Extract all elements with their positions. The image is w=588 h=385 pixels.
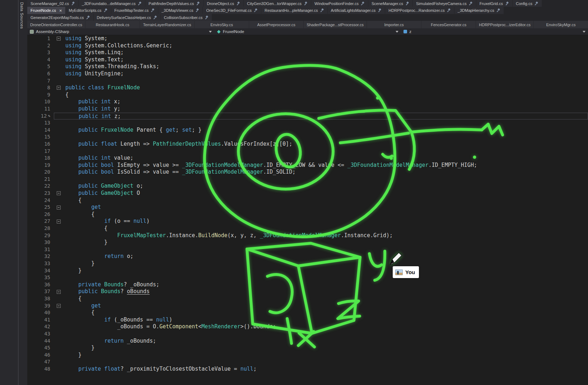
pin-icon[interactable] [535,1,538,6]
line-number-gutter[interactable]: 41 [27,316,54,324]
line-number-gutter[interactable]: 19 [27,162,54,169]
pin-icon[interactable] [320,8,324,13]
code-line[interactable]: 4 using System.Text; [27,56,588,64]
chevron-down-icon[interactable] [583,31,585,33]
line-number-gutter[interactable]: 1 [27,35,54,42]
file-tab[interactable]: PathfinderDepthValues.cs [145,0,203,7]
code-line[interactable]: 2 using System.Collections.Generic; [27,42,588,50]
code-line[interactable]: 32 return o; [27,253,588,260]
file-tab[interactable]: DroneObject.cs [204,0,243,7]
pin-icon[interactable] [304,1,308,6]
line-number-gutter[interactable]: 12 [27,113,54,120]
code-line[interactable]: 1 using System; [27,35,588,42]
code-line[interactable]: 47 [27,358,588,366]
code-line[interactable]: 7 [27,78,588,85]
code-line[interactable]: 14 public FruxelNode Parent { get; set; … [27,127,588,134]
code-line[interactable]: 48 private float? _proximityToClosestObs… [27,366,588,373]
file-tab[interactable]: DroneOrientationController.cs [27,21,85,28]
code-line[interactable]: 36 private Bounds? _oBounds; [27,281,588,288]
line-number-gutter[interactable]: 14 [27,127,54,134]
pin-icon[interactable] [361,1,365,6]
code-line[interactable]: 18 public int value; [27,155,588,162]
fold-marker[interactable] [57,86,61,90]
line-number-gutter[interactable]: 48 [27,366,54,373]
file-tab[interactable]: OneSec3D_FileFormat.cs [203,7,261,14]
line-number-gutter[interactable]: 31 [27,246,54,253]
fold-marker[interactable] [57,206,61,210]
file-tab[interactable]: DeliverySurfaceClassHelper.cs [94,14,160,21]
code-line[interactable]: 37 public Bounds? oBounds [27,288,588,295]
pin-icon[interactable] [153,15,157,20]
code-editor[interactable]: 1 using System; 2 [27,35,588,385]
pin-icon[interactable] [205,15,209,20]
line-number-gutter[interactable]: 23 [27,190,54,197]
fold-marker[interactable] [57,37,61,41]
file-tab[interactable]: FruxelMapTester.cs [111,7,158,14]
code-line[interactable]: 35 [27,274,588,281]
pin-icon[interactable] [469,1,473,6]
code-line[interactable]: 9 { [27,91,588,99]
file-tab[interactable]: _3DMapHierarchy.cs [454,7,504,14]
line-number-gutter[interactable]: 47 [27,358,54,366]
line-number-gutter[interactable]: 40 [27,309,54,316]
pin-icon[interactable] [405,1,409,6]
file-tab[interactable]: _3DMapViewer.cs [158,7,202,14]
line-number-gutter[interactable]: 22 [27,183,54,190]
line-number-gutter[interactable]: 32 [27,253,54,260]
code-line[interactable]: 16 public float Length => PathfinderDept… [27,141,588,148]
file-tab[interactable]: Generator2ExportMapTools.cs [27,14,93,21]
line-number-gutter[interactable]: 36 [27,281,54,288]
code-line[interactable]: 30 } [27,239,588,246]
fold-marker[interactable] [57,304,61,308]
pin-icon[interactable] [496,8,500,13]
code-line[interactable]: 26 { [27,211,588,218]
file-tab[interactable]: CityGen3DGen...torWrapper.cs [244,0,311,7]
chevron-down-icon[interactable] [396,31,398,33]
line-number-gutter[interactable]: 15 [27,133,54,141]
close-icon[interactable] [59,8,62,13]
file-tab[interactable]: TerrainLayerRandomizer.cs [140,21,194,28]
file-tab[interactable]: EnviroSkyMgr.cs [534,21,588,28]
pin-icon[interactable] [378,8,382,13]
file-tab[interactable]: SimulatedFisheyeCamera.cs [413,0,476,7]
line-number-gutter[interactable]: 5 [27,63,54,70]
line-number-gutter[interactable]: 17 [27,148,54,155]
file-tab[interactable]: FencesGenerator.cs [421,21,476,28]
line-number-gutter[interactable]: 26 [27,211,54,218]
code-line[interactable]: 40 { [27,309,588,316]
code-line[interactable]: 29 FruxelMapTester.Instance.BuildNode(x,… [27,232,588,239]
line-number-gutter[interactable]: 33 [27,260,54,267]
pin-icon[interactable] [195,8,199,13]
line-number-gutter[interactable]: 29 [27,232,54,239]
code-line[interactable]: 13 [27,119,588,127]
pin-icon[interactable] [104,8,108,13]
code-line[interactable]: 12 public int z; [27,113,588,120]
chevron-down-icon[interactable] [209,31,212,33]
line-number-gutter[interactable]: 10 [27,98,54,105]
line-number-gutter[interactable]: 6 [27,70,54,78]
fold-marker[interactable] [57,191,61,195]
code-line[interactable]: 38 { [27,295,588,302]
code-line[interactable]: 3 using System.Linq; [27,49,588,56]
code-line[interactable]: 20 public bool IsSolid => value == _3DFo… [27,169,588,176]
code-line[interactable]: 45 } [27,344,588,352]
code-line[interactable]: 23 public GameObject O [27,190,588,197]
file-tab[interactable]: RestaurantHo...pleManager.cs [261,7,327,14]
code-line[interactable]: 39 get [27,302,588,310]
pin-icon[interactable] [254,8,258,13]
file-tab[interactable]: MyEditorScripts.cs [66,7,111,14]
line-number-gutter[interactable]: 18 [27,155,54,162]
file-tab[interactable]: FruxelNode.cs [27,7,65,14]
file-tab[interactable]: HDRPPostproc...Randomizer.cs [385,7,454,14]
line-number-gutter[interactable]: 46 [27,352,54,359]
code-line[interactable]: 11 public int y; [27,105,588,113]
member-dropdown[interactable]: z [401,28,588,35]
line-number-gutter[interactable]: 30 [27,239,54,246]
file-tab[interactable]: ShaderPackage...stProcessor.cs [304,21,367,28]
code-line[interactable]: 44 return _oBounds; [27,338,588,345]
file-tab[interactable]: WindowPositionFinder.cs [311,0,368,7]
pin-icon[interactable] [86,15,90,20]
data-sources-tab[interactable]: Data Sources [20,2,24,29]
pin-icon[interactable] [151,8,155,13]
code-line[interactable]: 31 [27,246,588,253]
